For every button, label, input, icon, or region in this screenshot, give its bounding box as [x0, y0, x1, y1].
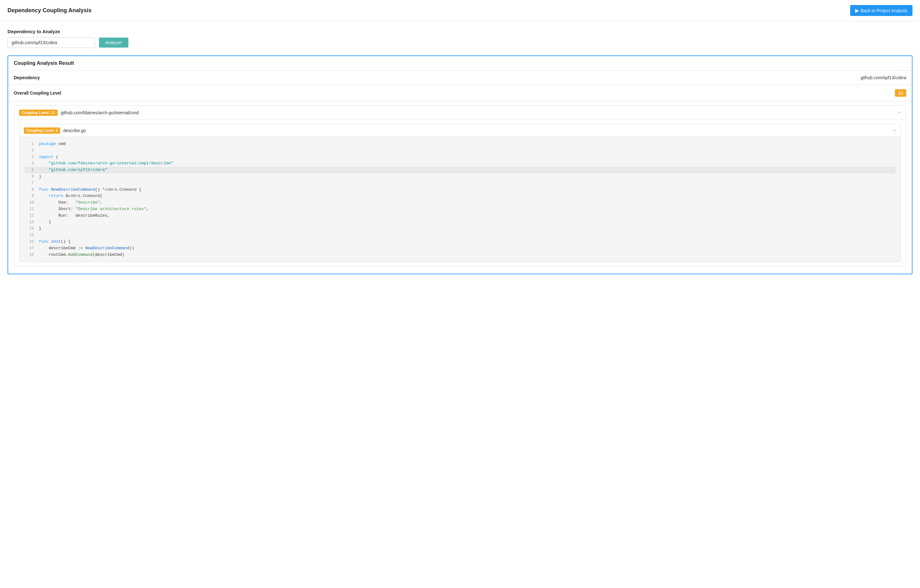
code-line-14: 14 }: [24, 225, 896, 232]
results-panel-title: Coupling Analysis Result: [14, 60, 74, 66]
file-name: describe.go: [63, 128, 86, 133]
collapse-file-icon[interactable]: −: [893, 127, 896, 134]
main-content: Dependency to Analyze Analyze! Coupling …: [0, 21, 920, 282]
code-line-15: 15: [24, 232, 896, 238]
analyze-button[interactable]: Analyze!: [99, 37, 128, 48]
dependency-info-row: Dependency github.com/spf13/cobra: [8, 71, 912, 85]
dependency-label: Dependency to Analyze: [8, 29, 912, 34]
code-line-13: 13 }: [24, 219, 896, 226]
code-line-18: 18 rootCmd.AddCommand(describeCmd): [24, 252, 896, 258]
module-header: Coupling Level: 11 github.com/fdaines/ar…: [14, 105, 906, 120]
collapse-module-icon[interactable]: −: [897, 109, 901, 116]
dependency-info-label: Dependency: [14, 75, 40, 80]
code-line-8: 8 func NewDescribeCommand() *cobra.Comma…: [24, 186, 896, 193]
code-line-4: 4 "github.com/fdaines/arch-go/internal/i…: [24, 160, 896, 167]
module-header-left: Coupling Level: 11 github.com/fdaines/ar…: [19, 110, 139, 116]
file-header: Coupling Level: 4 describe.go −: [19, 124, 901, 137]
module-entry: Coupling Level: 11 github.com/fdaines/ar…: [14, 105, 906, 266]
circle-plus-icon: ▶: [855, 8, 859, 13]
code-line-2: 2: [24, 147, 896, 154]
coupling-level-badge: 11: [895, 89, 906, 97]
code-line-5: 5 "github.com/spf13/cobra": [24, 167, 896, 173]
coupling-level-label: Overall Coupling Level: [14, 91, 62, 96]
file-entries: Coupling Level: 11 github.com/fdaines/ar…: [8, 102, 912, 274]
code-line-11: 11 Short: "Describe architecture rules",: [24, 206, 896, 212]
dependency-input[interactable]: [8, 37, 95, 48]
file-entry: Coupling Level: 4 describe.go − 1 packag…: [19, 124, 901, 262]
code-line-10: 10 Use: "describe",: [24, 199, 896, 206]
page-title: Dependency Coupling Analysis: [8, 7, 91, 14]
code-line-1: 1 package cmd: [24, 141, 896, 147]
header: Dependency Coupling Analysis ▶ Back to P…: [0, 0, 920, 21]
code-block: 1 package cmd 2 3 import ( 4: [19, 137, 901, 262]
code-line-3: 3 import (: [24, 154, 896, 160]
module-coupling-badge: Coupling Level: 11: [19, 110, 58, 116]
code-line-16: 16 func init() {: [24, 238, 896, 245]
results-panel-header: Coupling Analysis Result: [8, 56, 912, 71]
code-line-7: 7: [24, 180, 896, 186]
code-line-17: 17 describeCmd := NewDescribeCommand(): [24, 245, 896, 252]
back-to-project-button[interactable]: ▶ Back to Project Analysis: [850, 5, 912, 16]
dependency-section: Dependency to Analyze Analyze!: [8, 29, 912, 48]
input-row: Analyze!: [8, 37, 912, 48]
results-panel: Coupling Analysis Result Dependency gith…: [8, 55, 912, 274]
coupling-level-row: Overall Coupling Level 11: [8, 85, 912, 102]
code-line-9: 9 return &cobra.Command{: [24, 193, 896, 199]
dependency-info-value: github.com/spf13/cobra: [860, 75, 906, 80]
code-line-6: 6 ): [24, 173, 896, 180]
file-coupling-badge: Coupling Level: 4: [24, 128, 60, 134]
module-name: github.com/fdaines/arch-go/internal/cmd: [61, 110, 139, 115]
back-button-label: Back to Project Analysis: [861, 8, 907, 13]
file-header-left: Coupling Level: 4 describe.go: [24, 128, 86, 134]
code-line-12: 12 Run: describeRules,: [24, 212, 896, 219]
